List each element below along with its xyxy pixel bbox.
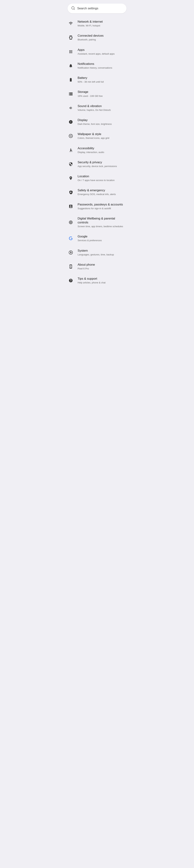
connected-title: Connected devices — [77, 34, 104, 38]
svg-point-6 — [70, 135, 70, 136]
sidebar-item-connected-devices[interactable]: Connected devices Bluetooth, pairing — [65, 31, 129, 44]
svg-point-10 — [70, 148, 71, 149]
safety-subtitle: Emergency SOS, medical info, alerts — [77, 193, 116, 196]
svg-point-13 — [71, 252, 71, 253]
notifications-icon — [68, 63, 73, 68]
network-text: Network & internet Mobile, Wi-Fi, hotspo… — [77, 20, 103, 27]
search-bar-container: Search settings — [65, 0, 129, 15]
safety-title: Safety & emergency — [77, 188, 116, 192]
tips-text: Tips & support Help articles, phone & ch… — [77, 277, 105, 284]
search-bar[interactable]: Search settings — [68, 4, 126, 13]
security-subtitle: App security, device lock, permissions — [77, 165, 117, 168]
display-text: Display Dark theme, font size, brightnes… — [77, 118, 112, 126]
google-subtitle: Services & preferences — [77, 239, 102, 242]
system-icon — [68, 250, 73, 255]
sidebar-item-system[interactable]: System Languages, gestures, time, backup — [65, 246, 129, 259]
sidebar-item-network[interactable]: Network & internet Mobile, Wi-Fi, hotspo… — [65, 17, 129, 31]
sidebar-item-storage[interactable]: Storage 16% used - 108 GB free — [65, 87, 129, 101]
location-title: Location — [77, 175, 115, 178]
search-placeholder: Search settings — [77, 7, 98, 10]
svg-rect-2 — [69, 37, 69, 38]
display-icon — [68, 119, 73, 124]
connected-subtitle: Bluetooth, pairing — [77, 38, 104, 41]
search-icon — [71, 6, 75, 11]
accessibility-text: Accessibility Display, interaction, audi… — [77, 146, 104, 154]
safety-icon — [68, 190, 73, 195]
tips-title: Tips & support — [77, 277, 105, 281]
storage-subtitle: 16% used - 108 GB free — [77, 94, 103, 98]
accessibility-title: Accessibility — [77, 146, 104, 150]
apps-icon — [68, 49, 73, 54]
safety-text: Safety & emergency Emergency SOS, medica… — [77, 188, 116, 196]
apps-title: Apps — [77, 48, 115, 52]
svg-point-11 — [70, 222, 71, 223]
sidebar-item-about[interactable]: About phone Pixel 6 Pro — [65, 259, 129, 274]
sidebar-item-notifications[interactable]: Notifications Notification history, conv… — [65, 59, 129, 73]
about-title: About phone — [77, 263, 95, 267]
wellbeing-text: Digital Wellbeing & parental controls Sc… — [77, 217, 126, 228]
sound-icon — [68, 105, 73, 111]
sidebar-item-location[interactable]: Location On / 7 apps have access to loca… — [65, 171, 129, 185]
security-title: Security & privacy — [77, 160, 117, 164]
sidebar-item-wallpaper[interactable]: Wallpaper & style Colors, themed icons, … — [65, 129, 129, 143]
svg-point-5 — [69, 134, 72, 138]
passwords-text: Passwords, passkeys & accounts Suggestio… — [77, 203, 123, 210]
sidebar-item-apps[interactable]: Apps Assistant, recent apps, default app… — [65, 45, 129, 59]
tips-icon — [68, 278, 73, 283]
wifi-icon — [68, 21, 73, 26]
accessibility-subtitle: Display, interaction, audio — [77, 151, 104, 154]
security-text: Security & privacy App security, device … — [77, 160, 117, 168]
battery-title: Battery — [77, 76, 104, 80]
sound-subtitle: Volume, haptics, Do Not Disturb — [77, 108, 111, 112]
network-subtitle: Mobile, Wi-Fi, hotspot — [77, 24, 103, 27]
storage-icon — [68, 91, 73, 96]
svg-point-7 — [71, 135, 71, 135]
passwords-subtitle: Suggestions for sign-in & autofill — [77, 207, 123, 210]
about-subtitle: Pixel 6 Pro — [77, 267, 95, 270]
wallpaper-subtitle: Colors, themed icons, app grid — [77, 136, 109, 140]
display-title: Display — [77, 118, 112, 122]
sound-text: Sound & vibration Volume, haptics, Do No… — [77, 104, 111, 112]
sidebar-item-display[interactable]: Display Dark theme, font size, brightnes… — [65, 115, 129, 129]
wallpaper-icon — [68, 133, 73, 138]
system-subtitle: Languages, gestures, time, backup — [77, 253, 114, 256]
google-text: Google Services & preferences — [77, 235, 102, 242]
settings-list: Network & internet Mobile, Wi-Fi, hotspo… — [65, 15, 129, 289]
svg-line-1 — [74, 9, 74, 9]
security-icon — [68, 162, 73, 167]
battery-text: Battery 93% - 38 min left until full — [77, 76, 104, 84]
sidebar-item-google[interactable]: Google Services & preferences — [65, 231, 129, 245]
storage-title: Storage — [77, 90, 103, 94]
battery-subtitle: 93% - 38 min left until full — [77, 80, 104, 84]
notifications-text: Notifications Notification history, conv… — [77, 62, 112, 69]
wallpaper-title: Wallpaper & style — [77, 132, 109, 136]
accessibility-icon — [68, 148, 73, 153]
battery-icon — [68, 77, 73, 82]
connected-text: Connected devices Bluetooth, pairing — [77, 34, 104, 41]
location-subtitle: On / 7 apps have access to location — [77, 179, 115, 182]
svg-point-9 — [70, 136, 71, 137]
sidebar-item-sound[interactable]: Sound & vibration Volume, haptics, Do No… — [65, 101, 129, 115]
about-icon — [68, 264, 73, 269]
sidebar-item-security[interactable]: Security & privacy App security, device … — [65, 157, 129, 171]
notifications-subtitle: Notification history, conversations — [77, 66, 112, 69]
sidebar-item-accessibility[interactable]: Accessibility Display, interaction, audi… — [65, 143, 129, 157]
about-text: About phone Pixel 6 Pro — [77, 263, 95, 270]
sidebar-item-wellbeing[interactable]: Digital Wellbeing & parental controls Sc… — [65, 213, 129, 231]
network-title: Network & internet — [77, 20, 103, 24]
sidebar-item-safety[interactable]: Safety & emergency Emergency SOS, medica… — [65, 185, 129, 199]
location-icon — [68, 176, 73, 181]
apps-subtitle: Assistant, recent apps, default apps — [77, 52, 115, 56]
passwords-icon — [68, 204, 73, 209]
svg-point-4 — [70, 121, 71, 123]
wellbeing-title: Digital Wellbeing & parental controls — [77, 217, 126, 224]
svg-rect-3 — [72, 37, 72, 38]
wallpaper-text: Wallpaper & style Colors, themed icons, … — [77, 132, 109, 140]
notifications-title: Notifications — [77, 62, 112, 66]
sidebar-item-battery[interactable]: Battery 93% - 38 min left until full — [65, 73, 129, 87]
wellbeing-subtitle: Screen time, app timers, bedtime schedul… — [77, 225, 126, 228]
sidebar-item-passwords[interactable]: Passwords, passkeys & accounts Suggestio… — [65, 199, 129, 213]
apps-text: Apps Assistant, recent apps, default app… — [77, 48, 115, 56]
storage-text: Storage 16% used - 108 GB free — [77, 90, 103, 97]
sidebar-item-tips[interactable]: Tips & support Help articles, phone & ch… — [65, 274, 129, 287]
